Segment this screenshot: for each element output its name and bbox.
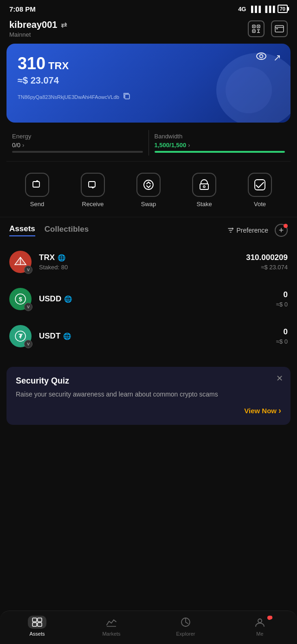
asset-item-usdt[interactable]: ₮ V USDT 🌐 0 ≈$ 0 (0, 318, 297, 355)
send-button[interactable]: Send (25, 173, 49, 208)
action-buttons: Send Receive Swap Stake (0, 169, 297, 217)
usdt-amount: 0 (276, 327, 288, 337)
security-close-button[interactable]: ✕ (276, 373, 283, 384)
me-nav-icon (251, 616, 269, 629)
explorer-nav-icon (176, 616, 195, 629)
vote-icon (248, 173, 272, 197)
svg-rect-30 (38, 623, 42, 626)
usdt-v-badge: V (24, 340, 32, 348)
usdt-icon: ₮ V (9, 325, 32, 347)
usdt-flag: 🌐 (63, 332, 71, 340)
tabs-section: Assets Collectibles Preference + (0, 217, 297, 241)
assets-nav-icon (28, 616, 46, 629)
header-left: kibreay001 ⇄ Mainnet (9, 20, 67, 38)
security-description: Raise your security awareness and learn … (16, 390, 281, 399)
trx-usd: ≈$ 23.074 (246, 264, 288, 271)
bandwidth-chevron: › (188, 142, 190, 149)
swap-label: Swap (141, 201, 156, 208)
signal-text: 4G (238, 6, 246, 13)
scan-icon[interactable] (248, 20, 265, 37)
card-actions: ↗ (256, 52, 281, 63)
trx-sub: Staked: 80 (39, 264, 239, 271)
trx-flag: 🌐 (58, 254, 65, 261)
markets-nav-label: Markets (102, 631, 120, 637)
asset-item-usdd[interactable]: $ V USDD 🌐 0 ≈$ 0 (0, 280, 297, 318)
vote-label: Vote (254, 201, 266, 208)
nav-me[interactable]: Me (244, 616, 276, 637)
card-decoration2 (226, 67, 272, 113)
svg-text:₮: ₮ (19, 333, 23, 340)
usdd-info: USDD 🌐 (39, 294, 269, 304)
swap-icon (136, 173, 161, 197)
wallet-name[interactable]: kibreay001 ⇄ (9, 20, 67, 30)
nav-assets[interactable]: Assets (21, 616, 53, 637)
copy-icon[interactable] (123, 92, 130, 101)
security-title: Security Quiz (16, 376, 281, 386)
notif-dot (284, 224, 288, 228)
security-view-link[interactable]: View Now › (16, 406, 281, 416)
status-time: 7:08 PM (9, 5, 36, 13)
svg-rect-20 (255, 180, 265, 190)
svg-rect-11 (276, 28, 278, 29)
add-asset-button[interactable]: + (275, 224, 288, 237)
eye-icon[interactable] (256, 52, 267, 63)
status-right: 4G ▐▐▐ ▐▐▐ 70 (238, 5, 288, 13)
asset-list: V TRX 🌐 Staked: 80 310.000209 ≈$ 23.074 … (0, 241, 297, 358)
resources: Energy 0/0 › Bandwidth 1,500/1,500 › (6, 130, 291, 162)
bottom-spacer (0, 434, 297, 471)
swap-button[interactable]: Swap (136, 173, 161, 208)
network-label: Mainnet (9, 31, 67, 38)
svg-point-19 (203, 186, 205, 188)
explorer-nav-label: Explorer (176, 631, 195, 637)
security-banner: ✕ Security Quiz Raise your security awar… (6, 367, 291, 425)
svg-rect-5 (253, 31, 254, 32)
balance-card: ↗ 310TRX ≈$ 23.074 TN86pyQa823NsRkjUE3Dw… (6, 44, 291, 123)
tab-assets[interactable]: Assets (9, 224, 35, 236)
send-label: Send (30, 201, 44, 208)
signal-bars2-icon: ▐▐▐ (263, 6, 275, 13)
bottom-nav: Assets Markets Explorer Me (0, 611, 297, 644)
trx-info: TRX 🌐 Staked: 80 (39, 253, 239, 271)
usdt-usd: ≈$ 0 (276, 338, 288, 345)
status-bar: 7:08 PM 4G ▐▐▐ ▐▐▐ 70 (0, 0, 297, 16)
svg-point-13 (260, 55, 263, 58)
receive-label: Receive (82, 201, 104, 208)
trx-v-badge: V (24, 266, 32, 274)
svg-point-17 (144, 180, 153, 189)
scan2-icon[interactable] (271, 20, 288, 37)
asset-item-trx[interactable]: V TRX 🌐 Staked: 80 310.000209 ≈$ 23.074 (0, 243, 297, 280)
svg-rect-14 (125, 94, 129, 99)
svg-rect-4 (258, 26, 259, 27)
usdd-v-badge: V (24, 303, 32, 311)
usdd-flag: 🌐 (64, 295, 72, 303)
preference-button[interactable]: Preference (227, 227, 268, 234)
tab-collectibles[interactable]: Collectibles (45, 225, 89, 236)
svg-rect-3 (253, 26, 254, 27)
tabs-left: Assets Collectibles (9, 224, 89, 236)
receive-button[interactable]: Receive (81, 173, 105, 208)
stake-icon (192, 173, 216, 197)
usdd-values: 0 ≈$ 0 (276, 290, 288, 308)
stake-button[interactable]: Stake (192, 173, 216, 208)
header-actions (248, 20, 288, 37)
svg-point-33 (258, 619, 262, 623)
nav-markets[interactable]: Markets (95, 616, 128, 637)
svg-text:$: $ (19, 296, 22, 303)
bandwidth-resource[interactable]: Bandwidth 1,500/1,500 › (149, 130, 291, 156)
header: kibreay001 ⇄ Mainnet (0, 16, 297, 44)
usdd-amount: 0 (276, 290, 288, 299)
nav-explorer[interactable]: Explorer (169, 616, 202, 637)
external-link-icon[interactable]: ↗ (273, 52, 281, 63)
energy-resource[interactable]: Energy 0/0 › (6, 130, 149, 156)
battery-icon: 70 (278, 5, 288, 13)
swap-wallet-icon[interactable]: ⇄ (61, 20, 67, 29)
trx-icon: V (9, 251, 32, 273)
vote-button[interactable]: Vote (248, 173, 272, 208)
usdd-icon: $ V (9, 288, 32, 310)
bandwidth-bar (155, 151, 285, 153)
svg-rect-15 (33, 182, 39, 187)
markets-nav-icon (102, 616, 121, 629)
plus-icon: + (279, 226, 284, 234)
energy-bar (12, 151, 143, 153)
svg-rect-27 (32, 618, 37, 622)
